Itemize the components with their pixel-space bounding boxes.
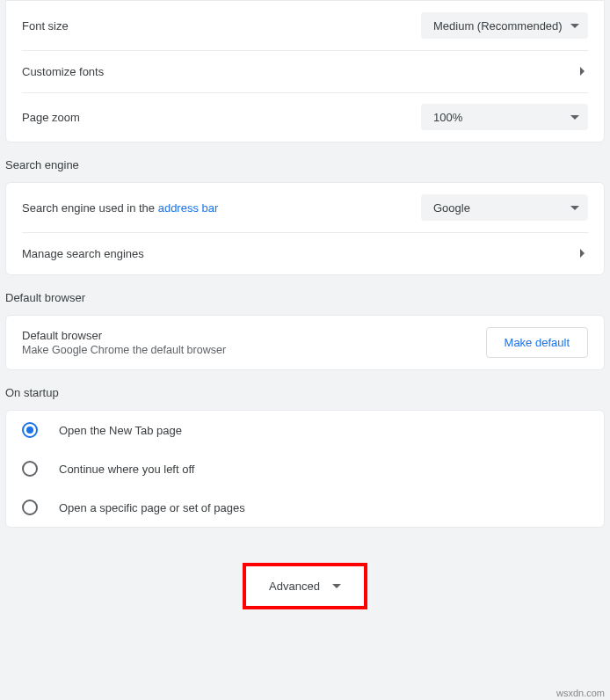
search-section-title: Search engine (0, 142, 610, 182)
search-engine-dropdown[interactable]: Google (421, 194, 588, 221)
advanced-label: Advanced (269, 580, 320, 593)
startup-option-continue[interactable]: Continue where you left off (6, 449, 604, 488)
page-zoom-value: 100% (433, 111, 462, 124)
startup-opt3-label: Open a specific page or set of pages (59, 501, 245, 514)
manage-search-label: Manage search engines (22, 247, 144, 260)
make-default-button[interactable]: Make default (486, 327, 588, 358)
customize-fonts-row[interactable]: Customize fonts (6, 50, 604, 92)
manage-search-row[interactable]: Manage search engines (6, 232, 604, 274)
radio-icon (22, 422, 38, 438)
page-zoom-label: Page zoom (22, 111, 80, 124)
caret-down-icon (570, 206, 579, 210)
chevron-right-icon (580, 67, 585, 76)
page-zoom-dropdown[interactable]: 100% (421, 104, 588, 130)
startup-section-title: On startup (0, 370, 610, 410)
advanced-button[interactable]: Advanced (243, 563, 367, 609)
font-size-dropdown[interactable]: Medium (Recommended) (421, 12, 588, 39)
font-size-value: Medium (Recommended) (433, 19, 563, 33)
chevron-right-icon (580, 249, 585, 258)
default-browser-title: Default browser (22, 329, 226, 342)
startup-option-specific[interactable]: Open a specific page or set of pages (6, 488, 604, 527)
font-size-label: Font size (22, 19, 69, 33)
caret-down-icon (570, 115, 579, 120)
customize-fonts-label: Customize fonts (22, 65, 104, 78)
default-browser-row: Default browser Make Google Chrome the d… (6, 316, 604, 369)
font-size-row[interactable]: Font size Medium (Recommended) (6, 1, 604, 50)
startup-opt2-label: Continue where you left off (59, 463, 194, 476)
caret-down-icon (570, 24, 579, 28)
startup-opt1-label: Open the New Tab page (59, 424, 182, 437)
watermark: wsxdn.com (556, 688, 605, 698)
search-engine-row[interactable]: Search engine used in the address bar Go… (6, 183, 604, 232)
address-bar-link[interactable]: address bar (158, 201, 219, 215)
startup-option-new-tab[interactable]: Open the New Tab page (6, 411, 604, 449)
search-engine-value: Google (433, 201, 470, 215)
radio-icon (22, 461, 38, 477)
browser-section-title: Default browser (0, 275, 610, 315)
search-engine-label: Search engine used in the address bar (22, 201, 218, 215)
default-browser-sub: Make Google Chrome the default browser (22, 344, 226, 356)
caret-down-icon (332, 584, 341, 588)
page-zoom-row[interactable]: Page zoom 100% (6, 92, 604, 142)
radio-icon (22, 499, 38, 515)
